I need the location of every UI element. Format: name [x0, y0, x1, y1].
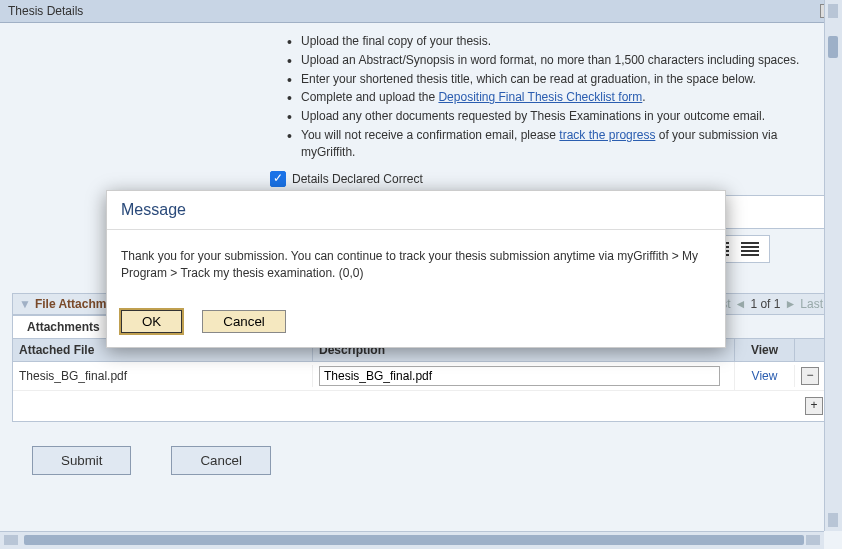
tab-attachments[interactable]: Attachments: [12, 315, 115, 338]
window-title: Thesis Details: [8, 4, 83, 18]
nav-prev-icon[interactable]: ◄: [735, 297, 747, 311]
collapse-icon[interactable]: ▼: [19, 297, 31, 311]
align-justify-icon[interactable]: [741, 242, 759, 256]
add-row-button[interactable]: +: [805, 397, 823, 415]
checklist-form-link[interactable]: Depositing Final Thesis Checklist form: [438, 90, 642, 104]
scroll-left-icon[interactable]: [4, 535, 18, 545]
scroll-down-icon[interactable]: [828, 513, 838, 527]
message-dialog: Message Thank you for your submission. Y…: [106, 190, 726, 348]
dialog-cancel-button[interactable]: Cancel: [202, 310, 286, 333]
header-view: View: [735, 339, 795, 361]
instruction-item: Upload the final copy of your thesis.: [287, 33, 830, 50]
nav-last[interactable]: Last: [800, 297, 823, 311]
description-input[interactable]: [319, 366, 720, 386]
declared-label: Details Declared Correct: [292, 172, 423, 186]
instruction-item: Enter your shortened thesis title, which…: [287, 71, 830, 88]
declared-checkbox[interactable]: [270, 171, 286, 187]
nav-next-icon[interactable]: ►: [784, 297, 796, 311]
action-buttons: Submit Cancel: [32, 446, 830, 475]
scroll-thumb[interactable]: [24, 535, 804, 545]
cell-file: Thesis_BG_final.pdf: [13, 365, 313, 387]
scroll-right-icon[interactable]: [806, 535, 820, 545]
view-link[interactable]: View: [752, 369, 778, 383]
vertical-scrollbar[interactable]: [824, 0, 842, 531]
instruction-item: Upload an Abstract/Synopsis in word form…: [287, 52, 830, 69]
ok-button[interactable]: OK: [121, 310, 182, 333]
instruction-item: Upload any other documents requested by …: [287, 108, 830, 125]
dialog-body: Thank you for your submission. You can c…: [107, 230, 725, 300]
submit-button[interactable]: Submit: [32, 446, 131, 475]
table-row: Thesis_BG_final.pdf View −: [13, 361, 829, 390]
titlebar: Thesis Details ×: [0, 0, 842, 23]
dialog-actions: OK Cancel: [107, 300, 725, 347]
add-row-area: +: [13, 390, 829, 421]
horizontal-scrollbar[interactable]: [0, 531, 824, 549]
instruction-item: You will not receive a confirmation emai…: [287, 127, 830, 161]
attachments-table: Attached File Description View Thesis_BG…: [12, 339, 830, 422]
track-progress-link[interactable]: track the progress: [559, 128, 655, 142]
instructions: Upload the final copy of your thesis. Up…: [287, 33, 830, 161]
scroll-thumb[interactable]: [828, 36, 838, 58]
nav-range: 1 of 1: [750, 297, 780, 311]
delete-row-button[interactable]: −: [801, 367, 819, 385]
instruction-item: Complete and upload the Depositing Final…: [287, 89, 830, 106]
declared-row: Details Declared Correct: [270, 171, 830, 187]
scroll-up-icon[interactable]: [828, 4, 838, 18]
cancel-button[interactable]: Cancel: [171, 446, 271, 475]
dialog-title: Message: [107, 191, 725, 230]
